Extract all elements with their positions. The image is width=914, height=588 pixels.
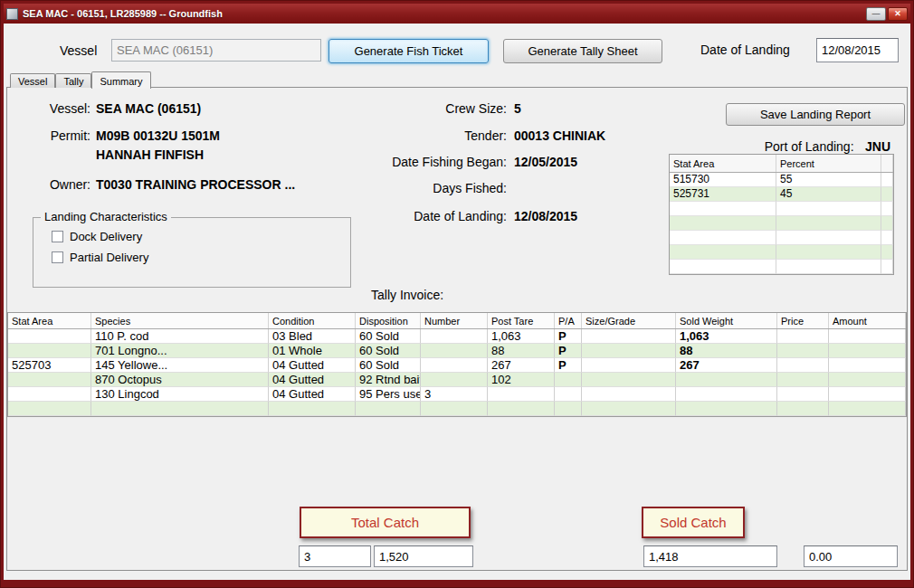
tally-cell-disposition <box>356 402 421 416</box>
stat-area-cell <box>881 245 893 260</box>
tally-cell-size-grade <box>582 373 676 387</box>
stat-area-cell <box>776 260 881 274</box>
tally-cell-size-grade <box>582 344 676 358</box>
tally-row[interactable] <box>8 402 906 416</box>
tally-cell-sold-weight: 1,063 <box>676 329 777 344</box>
tab-tally[interactable]: Tally <box>55 73 91 88</box>
tally-cell-size-grade <box>582 329 676 344</box>
save-landing-report-button[interactable]: Save Landing Report <box>726 103 905 126</box>
tally-cell-pa <box>555 373 582 387</box>
tally-row[interactable]: 701 Longno...01 Whole60 Sold88P88 <box>8 344 906 358</box>
stat-area-cell <box>881 173 893 187</box>
checkbox-label: Partial Delivery <box>70 251 148 264</box>
stat-area-cell: 525731 <box>670 187 776 202</box>
close-button[interactable]: ✕ <box>888 7 908 21</box>
tally-cell-pa: P <box>555 358 582 373</box>
total-catch-label: Total Catch <box>351 515 419 530</box>
tally-cell-species: 870 Octopus <box>91 373 269 387</box>
title-bar[interactable]: SEA MAC - 06151, LR285989 -- Groundfish … <box>4 4 910 24</box>
total-amount-field[interactable] <box>804 545 898 567</box>
port-of-landing-value: JNU <box>865 139 890 154</box>
tally-cell-condition: 04 Gutted <box>269 387 356 402</box>
tender-value: 00013 CHINIAK <box>514 128 605 143</box>
stat-area-row[interactable] <box>670 202 893 216</box>
tally-cell-disposition: 60 Sold <box>356 344 421 358</box>
stat-grid-col-header: Stat Area <box>670 155 776 172</box>
tally-cell-amount <box>829 373 906 387</box>
total-weight-field[interactable] <box>374 545 473 567</box>
landing-characteristics-title: Landing Characteristics <box>41 210 171 223</box>
vessel-value: SEA MAC (06151) <box>96 101 201 116</box>
tally-row[interactable]: 525703145 Yellowe...04 Gutted60 Sold267P… <box>8 358 906 373</box>
tally-cell-pa: P <box>555 329 582 344</box>
stat-area-cell <box>881 231 893 245</box>
date-of-landing-input[interactable] <box>816 38 899 62</box>
tally-row[interactable]: 130 Lingcod04 Gutted95 Pers use3 <box>8 387 906 402</box>
tally-cell-post-tare: 1,063 <box>488 329 555 344</box>
tally-col-header: Price <box>777 313 829 328</box>
checkbox-dock-delivery[interactable]: Dock Delivery <box>52 230 350 243</box>
checkbox-partial-delivery[interactable]: Partial Delivery <box>52 251 350 264</box>
tally-cell-size-grade <box>582 402 676 416</box>
checkbox-icon <box>52 231 63 242</box>
stat-area-cell <box>776 216 881 231</box>
tally-cell-condition: 03 Bled <box>269 329 356 344</box>
stat-area-row[interactable] <box>670 260 893 274</box>
total-number-field[interactable] <box>299 545 371 567</box>
owner-value: T0030 TRAINING PROCESSOR ... <box>96 177 295 192</box>
generate-tally-sheet-button[interactable]: Generate Tally Sheet <box>503 39 662 63</box>
app-window: SEA MAC - 06151, LR285989 -- Groundfish … <box>0 0 914 588</box>
tally-cell-stat-area: 525703 <box>8 358 91 373</box>
tally-cell-sold-weight: 88 <box>676 344 777 358</box>
tab-summary[interactable]: Summary <box>91 71 150 89</box>
tally-cell-price <box>777 358 829 373</box>
minimize-button[interactable]: — <box>866 7 886 21</box>
sold-catch-label: Sold Catch <box>660 515 726 530</box>
permit-value: M09B 00132U 1501M <box>96 128 220 143</box>
stat-area-cell <box>670 245 776 260</box>
tally-cell-price <box>777 373 829 387</box>
tally-row[interactable]: 870 Octopus04 Gutted92 Rtnd bait102 <box>8 373 906 387</box>
tally-cell-price <box>777 344 829 358</box>
date-of-landing-toolbar-label: Date of Landing <box>700 43 790 57</box>
window-title: SEA MAC - 06151, LR285989 -- Groundfish <box>23 8 866 19</box>
stat-area-cell <box>670 216 776 231</box>
stat-area-grid: Stat AreaPercent 5157305552573145 <box>669 154 894 275</box>
tally-cell-post-tare: 102 <box>488 373 555 387</box>
tally-invoice-grid: Stat AreaSpeciesConditionDispositionNumb… <box>7 312 907 417</box>
crew-size-value: 5 <box>514 101 521 116</box>
tally-cell-number: 3 <box>421 387 488 402</box>
stat-area-cell: 45 <box>776 187 881 202</box>
date-fishing-began-value: 12/05/2015 <box>514 155 577 169</box>
landing-characteristics-group: Landing Characteristics Dock DeliveryPar… <box>33 217 351 288</box>
stat-area-row[interactable] <box>670 245 893 260</box>
date-of-landing-label: Date of Landing: <box>362 209 507 223</box>
stat-area-row[interactable] <box>670 231 893 245</box>
tally-cell-pa <box>555 402 582 416</box>
stat-area-grid-body: 5157305552573145 <box>670 173 893 274</box>
tender-label: Tender: <box>362 128 507 143</box>
tally-cell-price <box>777 329 829 344</box>
tally-cell-number <box>421 402 488 416</box>
stat-grid-col-header <box>881 155 893 172</box>
stat-area-cell <box>881 260 893 274</box>
stat-area-row[interactable]: 52573145 <box>670 187 893 202</box>
stat-area-cell <box>881 202 893 216</box>
tally-cell-post-tare: 88 <box>488 344 555 358</box>
generate-fish-ticket-button[interactable]: Generate Fish Ticket <box>328 39 489 63</box>
stat-area-row[interactable] <box>670 216 893 231</box>
sold-weight-field[interactable] <box>643 545 777 567</box>
stat-area-cell <box>776 231 881 245</box>
tally-cell-condition: 04 Gutted <box>269 358 356 373</box>
tally-cell-stat-area <box>8 373 91 387</box>
tally-col-header: Number <box>421 313 488 328</box>
stat-area-row[interactable]: 51573055 <box>670 173 893 187</box>
tally-cell-pa: P <box>555 344 582 358</box>
tally-invoice-label: Tally Invoice: <box>371 288 443 302</box>
tally-row[interactable]: 110 P. cod03 Bled60 Sold1,063P1,063 <box>8 329 906 344</box>
tab-vessel[interactable]: Vessel <box>10 73 55 88</box>
tally-cell-stat-area <box>8 344 91 358</box>
tally-cell-disposition: 60 Sold <box>356 358 421 373</box>
tally-cell-number <box>421 373 488 387</box>
stat-area-cell: 515730 <box>670 173 776 187</box>
